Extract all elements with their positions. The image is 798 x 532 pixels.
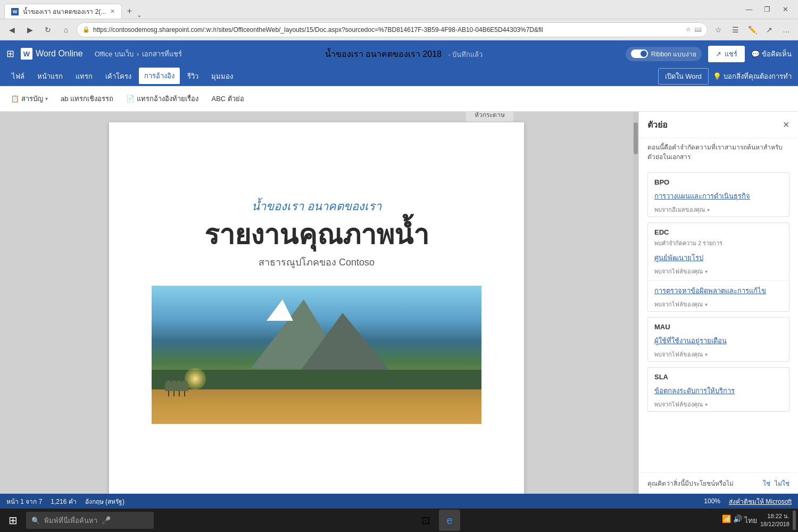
- footer-no-button[interactable]: ไม่ใช่: [775, 478, 789, 488]
- notes-icon[interactable]: ✏️: [745, 22, 760, 37]
- breadcrumb: Office บนเว็บ › เอกสารที่แชร์: [95, 48, 182, 60]
- endnote-button[interactable]: 📄 แทรกอ้างอิงท้ายเรื่อง: [122, 91, 203, 106]
- doc-saved-status: - บันทึกแล้ว: [448, 51, 483, 59]
- back-button[interactable]: ◀: [4, 22, 19, 37]
- section-source-sla-1[interactable]: พบจากไฟล์ของคุณ ▾: [648, 398, 789, 411]
- windows-icon: ⊞: [9, 514, 18, 526]
- breadcrumb-docs[interactable]: เอกสารที่แชร์: [142, 48, 182, 60]
- volume-icon[interactable]: 🔊: [733, 514, 742, 526]
- footnote-button[interactable]: ab แทรกเชิงอรรถ: [56, 91, 118, 106]
- bare-trees: [168, 380, 185, 396]
- current-time: 18:22 น.: [760, 512, 789, 520]
- word-ribbon: 📋 สารบัญ ▾ ab แทรกเชิงอรรถ 📄 แทรกอ้างอิง…: [0, 86, 798, 112]
- section-count-edc: พบคำจำกัดความ 2 รายการ: [648, 238, 789, 250]
- source-text-mau-1: พบจากไฟล์ของคุณ: [654, 350, 703, 359]
- breadcrumb-office[interactable]: Office บนเว็บ: [95, 48, 134, 60]
- panel-section-edc: EDC พบคำจำกัดความ 2 รายการ ศูนย์พัฒนายุโ…: [647, 222, 789, 312]
- panel-title: ตัวย่อ: [647, 118, 668, 131]
- menu-review[interactable]: รีวิว: [182, 68, 204, 85]
- ribbon-toggle[interactable]: Ribbon แบบง่าย: [626, 47, 702, 61]
- search-icon: 🔍: [31, 517, 40, 525]
- toggle-switch[interactable]: [631, 49, 648, 58]
- edge-icon: e: [446, 514, 452, 527]
- restore-button[interactable]: ❐: [759, 2, 776, 17]
- keyboard-layout-indicator[interactable]: ไทย: [744, 514, 757, 526]
- comment-button[interactable]: 💬 ข้อคิดเห็น: [751, 48, 792, 60]
- task-view-button[interactable]: ⊡: [415, 510, 437, 531]
- favorites-icon[interactable]: ☆: [711, 22, 726, 37]
- menu-layout[interactable]: เค้าโครง: [100, 68, 137, 85]
- more-icon[interactable]: …: [779, 22, 794, 37]
- section-source-edc-2[interactable]: พบจากไฟล์ของคุณ ▾: [648, 298, 789, 311]
- taskbar-time[interactable]: 18:22 น. 18/12/2018: [760, 512, 789, 529]
- microphone-icon[interactable]: 🎤: [102, 516, 111, 525]
- section-link-edc-2[interactable]: การตรวจหาข้อผิดพลาตและการแก้ไข: [648, 283, 789, 298]
- open-in-word-button[interactable]: เปิดใน Word: [658, 68, 709, 85]
- menu-insert[interactable]: แทรก: [70, 68, 98, 85]
- menu-references[interactable]: การอ้างอิง: [139, 68, 180, 85]
- show-desktop-button[interactable]: [793, 511, 796, 530]
- doc-area-wrapper: หัวกระดาษ น้ำของเรา อนาคตของเรา รายงานคุ…: [0, 112, 638, 494]
- refresh-button[interactable]: ↻: [40, 22, 55, 37]
- hub-icon[interactable]: ☰: [728, 22, 743, 37]
- tab-close-button[interactable]: ✕: [110, 8, 115, 15]
- doc-org: สาธารณูปโภคของ Contoso: [259, 254, 375, 270]
- page-header-tab[interactable]: หัวกระดาษ: [466, 112, 513, 122]
- section-source-edc-1[interactable]: พบจากไฟล์ของคุณ ▾: [648, 265, 789, 278]
- caption-button[interactable]: ABC ตัวย่อ: [207, 91, 248, 106]
- ribbon-toggle-label: Ribbon แบบง่าย: [651, 49, 696, 59]
- address-bar[interactable]: 🔒 https://contosodemosg.sharepoint.com/:…: [77, 22, 708, 37]
- source-arrow-edc-2: ▾: [705, 302, 708, 307]
- word-menubar: ไฟล์ หน้าแรก แทรก เค้าโครง การอ้างอิง รี…: [0, 67, 798, 86]
- menu-view[interactable]: มุมมอง: [206, 68, 238, 85]
- minimize-button[interactable]: —: [741, 2, 758, 17]
- right-panel: ตัวย่อ ✕ ตอนนี้คือคำจำกัดความที่เราสามาร…: [638, 112, 798, 494]
- word-count: 1,216 คำ: [51, 496, 76, 506]
- section-link-edc-1[interactable]: ศูนย์พัฒนายุโรป: [648, 250, 789, 265]
- new-tab-button[interactable]: +: [122, 4, 137, 19]
- word-appbar: ⊞ W Word Online Office บนเว็บ › เอกสารที…: [0, 40, 798, 67]
- taskbar-search[interactable]: 🔍 พิมพ์ที่นี่เพื่อค้นหา 🎤: [26, 512, 154, 529]
- doc-title: น้ำของเรา อนาคตของเรา 2018: [325, 49, 442, 59]
- waffle-menu-icon[interactable]: ⊞: [6, 48, 14, 60]
- menu-file[interactable]: ไฟล์: [6, 68, 30, 85]
- language: อังกฤษ (สหรัฐ): [85, 496, 124, 506]
- share-icon: ↗: [716, 50, 721, 58]
- network-icon[interactable]: 📶: [722, 514, 731, 526]
- tell-me-button[interactable]: 💡 บอกสิ่งที่คุณต้องการทำ: [713, 71, 792, 82]
- bookmark-icon[interactable]: ☆: [686, 26, 691, 33]
- taskbar-system-icons: 📶 🔊 ไทย: [722, 514, 757, 526]
- tab-chevron-icon[interactable]: ⌄: [137, 11, 142, 19]
- vertical-scrollbar[interactable]: [633, 112, 638, 494]
- lock-icon: 🔒: [82, 26, 90, 33]
- edge-taskbar-button[interactable]: e: [439, 510, 460, 531]
- footer-yes-button[interactable]: ใช่: [763, 478, 770, 488]
- share-browser-icon[interactable]: ↗: [762, 22, 777, 37]
- ribbon-group-toc: 📋 สารบัญ ▾: [6, 91, 52, 106]
- panel-close-button[interactable]: ✕: [783, 120, 789, 130]
- section-link-mau-1[interactable]: ผู้ใช้ที่ใช้งานอยู่รายเดือน: [648, 333, 789, 348]
- section-source-bpo-1[interactable]: พบจากอีเมลของคุณ ▾: [648, 204, 789, 217]
- tab-bar: W น้ำของเรา อนาคตของเรา 2(... ✕ + ⌄: [4, 0, 733, 19]
- menu-home[interactable]: หน้าแรก: [32, 68, 68, 85]
- start-button[interactable]: ⊞: [2, 511, 24, 530]
- send-feedback[interactable]: ส่งคำติชมให้ Microsoft: [729, 496, 792, 506]
- reading-view-icon[interactable]: 📖: [694, 26, 702, 33]
- toc-dropdown[interactable]: 📋 สารบัญ ▾: [6, 91, 52, 106]
- scroll-thumb[interactable]: [634, 122, 638, 154]
- share-button[interactable]: ↗ แชร์: [708, 46, 745, 62]
- tree-3: [179, 380, 180, 396]
- active-tab[interactable]: W น้ำของเรา อนาคตของเรา 2(... ✕: [4, 4, 122, 19]
- search-placeholder: พิมพ์ที่นี่เพื่อค้นหา: [44, 515, 97, 526]
- home-button[interactable]: ⌂: [59, 22, 73, 37]
- section-link-bpo-1[interactable]: การวางแผนและการดำเนินธุรกิจ: [648, 188, 789, 204]
- zoom-level: 100%: [704, 497, 720, 505]
- section-source-mau-1[interactable]: พบจากไฟล์ของคุณ ▾: [648, 348, 789, 361]
- forward-button[interactable]: ▶: [22, 22, 37, 37]
- foreground: [152, 389, 481, 424]
- section-link-sla-1[interactable]: ข้อตกลงระดับการให้บริการ: [648, 383, 789, 398]
- source-arrow-mau-1: ▾: [705, 352, 708, 358]
- landscape-image: [152, 286, 481, 424]
- address-text: https://contosodemosg.sharepoint.com/:w:…: [93, 26, 683, 34]
- close-button[interactable]: ✕: [777, 2, 794, 17]
